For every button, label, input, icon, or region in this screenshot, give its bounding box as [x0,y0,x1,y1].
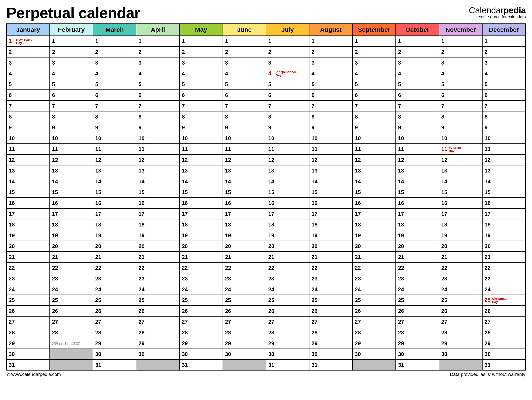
day-cell: 14 [223,176,266,187]
day-number: 5 [355,81,361,88]
day-cell: 21 [352,252,396,262]
day-cell: 25 [50,295,93,306]
day-number: 4 [95,70,101,77]
day-cell: 8 [482,111,526,122]
day-row: 191919191919191919191919 [6,230,526,241]
day-number: 19 [225,232,231,239]
day-number: 18 [9,222,15,228]
day-cell: 16 [396,198,439,208]
day-cell: 25 [439,295,482,306]
day-cell: 7 [223,100,266,111]
day-cell: 27 [180,316,223,327]
day-number: 2 [9,49,15,55]
day-number: 8 [485,114,491,120]
day-number: 1 [268,38,274,44]
day-number: 17 [225,211,231,217]
day-cell: 27 [93,316,136,327]
day-number: 12 [355,157,361,163]
day-number: 4 [138,70,145,77]
day-cell: 3 [266,57,309,68]
day-cell: 29 [136,338,179,349]
day-number: 30 [398,351,404,357]
day-cell: 20 [266,241,309,252]
day-row: 272727272727272727272727 [6,316,526,327]
day-number: 7 [355,103,361,109]
day-cell: 24 [136,284,179,295]
day-number: 13 [95,167,101,174]
day-number: 17 [95,211,101,217]
day-number: 25 [9,297,15,303]
day-number: 14 [182,178,188,185]
day-cell: 13 [352,165,396,176]
day-cell: 15 [180,187,223,198]
day-number: 27 [52,319,58,325]
day-cell: 1 [266,36,309,47]
day-cell: 11 [396,144,439,154]
day-cell: 27 [223,316,266,327]
day-number: 5 [9,81,15,88]
day-number: 28 [182,329,188,336]
day-number: 12 [311,157,318,163]
day-number: 24 [441,286,448,293]
day-cell: 28 [266,327,309,338]
day-number: 13 [52,167,58,174]
day-cell: 15 [223,187,266,198]
day-cell: 26 [223,306,266,316]
day-cell: 30 [223,349,266,360]
day-cell: 15 [439,187,482,198]
day-number: 8 [311,114,318,120]
day-number: 7 [398,103,404,109]
day-cell: 17 [180,208,223,219]
day-number: 20 [485,243,491,250]
day-number: 24 [398,286,404,293]
day-cell: 31 [266,360,309,370]
day-number: 10 [182,135,188,142]
day-number: 15 [138,189,145,196]
day-number: 5 [182,81,188,88]
day-number: 30 [441,351,448,357]
day-cell: 21 [180,252,223,262]
day-number: 11 [398,146,404,152]
day-cell: 24 [352,284,396,295]
day-cell: 31 [6,360,50,370]
day-number: 30 [268,351,274,357]
day-number: 6 [95,92,101,98]
day-cell: 4 [223,68,266,79]
day-cell: 14 [136,176,179,187]
day-number: 27 [182,319,188,325]
day-cell: 26 [50,306,93,316]
day-number: 3 [398,60,404,66]
day-cell: 16 [266,198,309,208]
day-number: 18 [268,222,274,228]
day-number: 17 [311,211,318,217]
day-number: 8 [355,114,361,120]
day-cell: 28 [93,327,136,338]
day-cell: 10 [266,133,309,144]
day-row: 232323232323232323232323 [6,273,526,284]
day-number: 27 [485,319,491,325]
day-cell: 20 [309,241,352,252]
day-number: 23 [311,276,318,282]
day-number: 6 [398,92,404,98]
day-number: 21 [268,254,274,260]
day-number: 12 [398,157,404,163]
day-cell: 6 [93,90,136,100]
day-cell: 28 [50,327,93,338]
day-cell: 5 [50,79,93,90]
day-cell: 23 [136,273,179,284]
logo: Calendarpedia Your source for calendars [469,4,526,19]
day-cell: 29(2016, 2020) [50,338,93,349]
day-cell: 9 [266,122,309,133]
day-number: 23 [138,276,145,282]
day-cell: 6 [439,90,482,100]
day-number: 12 [52,157,58,163]
day-number: 23 [355,276,361,282]
day-number: 2 [355,49,361,55]
day-cell: 31 [93,360,136,370]
day-number: 14 [268,178,274,185]
day-row: 131313131313131313131313 [6,165,526,176]
day-cell: 23 [50,273,93,284]
day-cell: 31 [309,360,352,370]
day-number: 20 [95,243,101,250]
day-number: 5 [398,81,404,88]
